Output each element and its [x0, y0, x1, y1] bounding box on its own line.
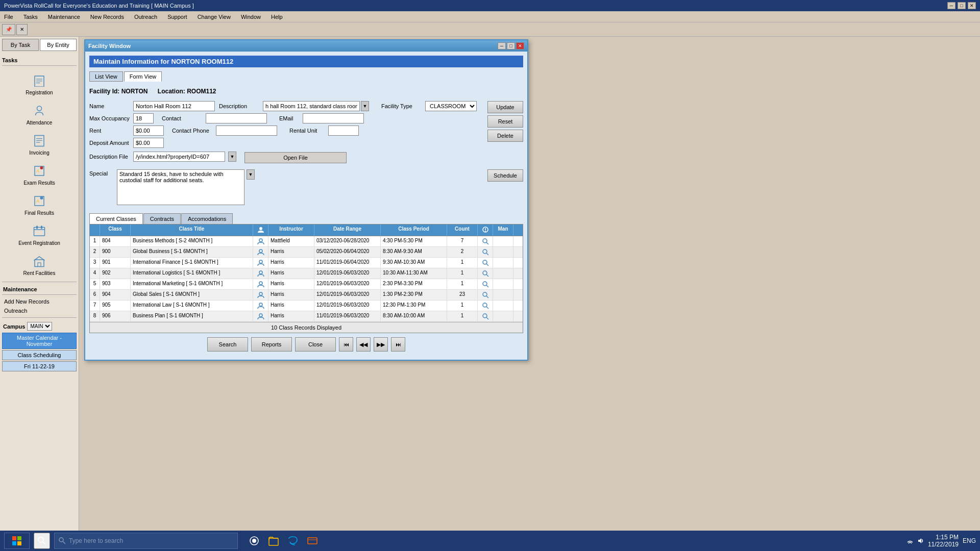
menu-change-view[interactable]: Change View — [195, 13, 233, 21]
table-row[interactable]: 2 900 Global Business [ S-1 6MONTH ] Har… — [90, 247, 523, 258]
row-icon[interactable] — [253, 300, 268, 311]
taskbar-app-5[interactable] — [304, 533, 321, 549]
toolbar-close[interactable]: ✕ — [16, 24, 28, 35]
task-final-results[interactable]: A Final Results — [2, 189, 77, 219]
taskbar-app-cortana[interactable] — [246, 533, 262, 549]
desc-file-dropdown-btn[interactable]: ▼ — [228, 152, 236, 162]
desc-file-input[interactable] — [133, 152, 225, 162]
facility-close-btn[interactable]: ✕ — [516, 42, 524, 49]
max-occupancy-input[interactable] — [133, 113, 154, 123]
table-row[interactable]: 3 901 International Finance [ S-1 6MONTH… — [90, 258, 523, 268]
menu-tasks[interactable]: Tasks — [21, 13, 40, 21]
row-magnify-icon[interactable] — [478, 279, 493, 289]
outreach-btn[interactable]: Outreach — [2, 306, 77, 315]
svg-point-32 — [483, 260, 487, 264]
description-dropdown-btn[interactable]: ▼ — [361, 101, 369, 111]
nav-prev-prev-btn[interactable]: ◀◀ — [356, 337, 371, 352]
close-btn[interactable]: Close — [295, 337, 336, 352]
class-scheduling-btn[interactable]: Class Scheduling — [2, 350, 77, 360]
table-row[interactable]: 5 903 International Marketing [ S-1 6MON… — [90, 279, 523, 290]
close-button[interactable]: ✕ — [968, 2, 976, 9]
form-view-tab[interactable]: Form View — [124, 71, 162, 82]
master-calendar-btn[interactable]: Master Calendar - November — [2, 333, 77, 349]
schedule-btn[interactable]: Schedule — [487, 169, 523, 182]
table-row[interactable]: 4 902 International Logistics [ S-1 6MON… — [90, 268, 523, 279]
maximize-button[interactable]: □ — [958, 2, 966, 9]
contact-input[interactable] — [206, 113, 267, 123]
table-row[interactable]: 1 804 Business Methods [ S-2 4MONTH ] Ma… — [90, 236, 523, 247]
special-dropdown-btn[interactable]: ▼ — [247, 169, 255, 180]
nav-next-next-btn[interactable]: ▶▶ — [374, 337, 388, 352]
by-entity-tab[interactable]: By Entity — [40, 39, 77, 51]
row-icon[interactable] — [253, 258, 268, 268]
nav-last-btn[interactable]: ⏭ — [391, 337, 405, 352]
start-button[interactable] — [4, 533, 30, 549]
row-count: 1 — [447, 311, 478, 321]
taskbar-app-edge[interactable] — [285, 533, 301, 549]
menu-new-records[interactable]: New Records — [88, 13, 126, 21]
taskbar-search-bar[interactable] — [54, 533, 238, 549]
row-icon[interactable] — [253, 268, 268, 279]
name-input[interactable] — [133, 101, 215, 111]
menu-outreach[interactable]: Outreach — [132, 13, 159, 21]
add-new-records-btn[interactable]: Add New Records — [2, 297, 77, 306]
campus-select[interactable]: MAIN — [27, 322, 52, 331]
minimize-button[interactable]: ─ — [947, 2, 955, 9]
reset-btn[interactable]: Reset — [487, 115, 523, 128]
row-count: 7 — [447, 236, 478, 246]
date-btn[interactable]: Fri 11-22-19 — [2, 361, 77, 371]
row-magnify-icon[interactable] — [478, 247, 493, 257]
menu-file[interactable]: File — [2, 13, 15, 21]
row-icon[interactable] — [253, 279, 268, 289]
row-icon[interactable] — [253, 236, 268, 246]
task-event-registration[interactable]: Event Registration — [2, 219, 77, 249]
task-invoicing[interactable]: Invoicing — [2, 129, 77, 159]
email-input[interactable] — [303, 113, 364, 123]
deposit-input[interactable] — [133, 138, 164, 148]
menu-window[interactable]: Window — [239, 13, 263, 21]
row-magnify-icon[interactable] — [478, 258, 493, 268]
taskbar-app-files[interactable] — [265, 533, 282, 549]
rental-unit-input[interactable] — [328, 126, 359, 136]
rent-input[interactable] — [133, 126, 164, 136]
facility-maximize-btn[interactable]: □ — [507, 42, 515, 49]
row-magnify-icon[interactable] — [478, 268, 493, 279]
list-view-tab[interactable]: List View — [89, 71, 123, 82]
table-row[interactable]: 8 906 Business Plan [ S-1 6MONTH ] Harri… — [90, 311, 523, 322]
table-row[interactable]: 6 904 Global Sales [ S-1 6MONTH ] Harris… — [90, 290, 523, 300]
row-icon[interactable] — [253, 247, 268, 257]
row-period: 10:30 AM-11:30 AM — [381, 268, 447, 279]
special-textarea[interactable]: Standard 15 desks, have to schedule with… — [117, 169, 244, 205]
taskbar-search-icon[interactable] — [34, 533, 50, 549]
facility-type-select[interactable]: CLASSROOM — [425, 101, 477, 111]
row-magnify-icon[interactable] — [478, 311, 493, 321]
task-registration[interactable]: Registration — [2, 69, 77, 99]
row-magnify-icon[interactable] — [478, 290, 493, 300]
search-bottom-btn[interactable]: Search — [207, 337, 248, 352]
by-task-tab[interactable]: By Task — [2, 39, 39, 51]
contracts-tab[interactable]: Contracts — [143, 213, 181, 224]
menu-maintenance[interactable]: Maintenance — [46, 13, 82, 21]
accomodations-tab[interactable]: Accomodations — [181, 213, 233, 224]
nav-first-btn[interactable]: ⏮ — [339, 337, 353, 352]
description-input[interactable] — [263, 101, 360, 111]
row-magnify-icon[interactable] — [478, 300, 493, 311]
facility-minimize-btn[interactable]: ─ — [498, 42, 506, 49]
open-file-btn[interactable]: Open File — [244, 152, 347, 163]
table-row[interactable]: 7 905 International Law [ S-1 6MONTH ] H… — [90, 300, 523, 311]
delete-btn[interactable]: Delete — [487, 130, 523, 142]
row-icon[interactable] — [253, 290, 268, 300]
task-attendance[interactable]: Attendance — [2, 99, 77, 129]
contact-phone-input[interactable] — [216, 126, 277, 136]
reports-btn[interactable]: Reports — [251, 337, 292, 352]
row-icon[interactable] — [253, 311, 268, 321]
menu-help[interactable]: Help — [269, 13, 285, 21]
menu-support[interactable]: Support — [165, 13, 189, 21]
toolbar-pin[interactable]: 📌 — [2, 24, 15, 35]
task-rent-facilities[interactable]: Rent Facilities — [2, 249, 77, 280]
task-exam-results[interactable]: A Exam Results — [2, 159, 77, 189]
taskbar-search-input[interactable] — [69, 537, 233, 544]
current-classes-tab[interactable]: Current Classes — [89, 213, 143, 224]
update-btn[interactable]: Update — [487, 101, 523, 113]
row-magnify-icon[interactable] — [478, 236, 493, 246]
